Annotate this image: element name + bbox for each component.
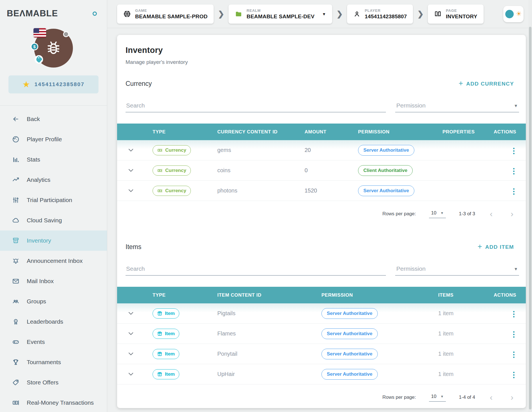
sidebar-item-stats[interactable]: Stats (0, 149, 107, 170)
sidebar-item-label: Groups (27, 298, 46, 305)
theme-toggle[interactable]: ☀ (503, 6, 524, 22)
currency-table-header: TYPE CURRENCY CONTENT ID AMOUNT PERMISSI… (117, 124, 526, 140)
sidebar-nav: Back Player Profile Stats Analytics (0, 106, 107, 412)
sidebar-item-cloud-saving[interactable]: Cloud Saving (0, 210, 107, 230)
presence-badge (63, 31, 69, 37)
player-id-chip[interactable]: ★ 14541142385807 (8, 75, 99, 93)
next-page-button[interactable]: › (509, 209, 515, 218)
row-actions-menu-button[interactable] (511, 330, 516, 339)
rows-per-page-select[interactable]: 10 ▼ (429, 393, 446, 402)
people-icon (12, 298, 19, 305)
breadcrumb-bar: GAME BEAMABLE SAMPLE-PROD ❯ REALM BEAMAB… (107, 0, 532, 28)
table-row: Item Flames Server Authoritative 1 item (117, 324, 526, 344)
sidebar-item-tournaments[interactable]: Tournaments (0, 352, 107, 372)
gamepad-icon (12, 338, 19, 346)
sidebar-item-analytics[interactable]: Analytics (0, 170, 107, 190)
items-search-input[interactable] (126, 264, 386, 276)
table-row: Item UpHair Server Authoritative 1 item (117, 364, 526, 384)
banknote-icon (12, 399, 19, 407)
folder-icon (235, 10, 242, 18)
row-actions-menu-button[interactable] (511, 371, 516, 379)
caret-down-icon: ▼ (514, 103, 518, 108)
items-permission-select[interactable]: Permission ▼ (395, 264, 519, 276)
currency-section-title: Currency (126, 80, 152, 88)
expand-row-button[interactable] (117, 312, 145, 315)
currency-type-pill: Currency (153, 165, 191, 176)
currency-type-pill: Currency (153, 145, 191, 155)
sidebar-item-label: Store Offers (27, 379, 59, 386)
scrollbar-thumb[interactable] (529, 27, 531, 409)
chevron-right-icon: ❯ (218, 10, 224, 19)
player-avatar[interactable]: $ (34, 29, 73, 68)
sidebar-item-events[interactable]: Events (0, 332, 107, 352)
sidebar-item-label: Trial Participation (27, 197, 72, 203)
sidebar-item-leaderboards[interactable]: Leaderboards (0, 312, 107, 332)
breadcrumb-game[interactable]: GAME BEAMABLE SAMPLE-PROD (117, 5, 214, 24)
items-table: TYPE ITEM CONTENT ID PERMISSION ITEMS AC… (117, 287, 526, 384)
breadcrumb-realm[interactable]: REALM BEAMABLE SAMPLE-DEV ▼ (229, 5, 332, 24)
breadcrumb-player[interactable]: PLAYER 14541142385807 (347, 5, 413, 24)
trophy-icon (12, 359, 19, 366)
currency-amount: 0 (297, 167, 350, 174)
item-content-id: UpHair (209, 371, 314, 377)
pagination-range: 1-4 of 4 (459, 395, 475, 400)
sidebar-item-player-profile[interactable]: Player Profile (0, 129, 107, 149)
status-ring-icon (93, 12, 97, 16)
sidebar-item-label: Stats (27, 156, 40, 163)
item-type-pill: Item (153, 369, 179, 379)
bug-icon (44, 39, 62, 57)
page-scrollbar[interactable] (528, 0, 532, 412)
page-subtitle: Manage player's inventory (126, 59, 516, 65)
expand-row-button[interactable] (117, 352, 145, 355)
previous-page-button[interactable]: ‹ (488, 393, 494, 402)
expand-row-button[interactable] (117, 332, 145, 335)
row-actions-menu-button[interactable] (511, 167, 516, 176)
item-content-id: Ponytail (209, 351, 314, 357)
sidebar-item-back[interactable]: Back (0, 109, 107, 129)
sidebar-item-store-offers[interactable]: Store Offers (0, 372, 107, 393)
row-actions-menu-button[interactable] (511, 187, 516, 196)
sidebar-item-label: Real-Money Transactions (27, 399, 94, 406)
sidebar-item-label: Player Profile (27, 136, 62, 143)
add-currency-button[interactable]: + ADD CURRENCY (457, 80, 516, 88)
row-actions-menu-button[interactable] (511, 350, 516, 359)
rows-per-page-select[interactable]: 10 ▼ (429, 210, 446, 218)
caret-down-icon[interactable]: ▼ (322, 12, 326, 16)
page-title: Inventory (126, 46, 516, 55)
rows-per-page-label: Rows per page: (382, 211, 416, 217)
permission-badge: Server Authoritative (321, 308, 378, 319)
trend-line-icon (12, 176, 19, 184)
currency-type-pill: Currency (153, 186, 191, 196)
add-item-button[interactable]: + ADD ITEM (476, 243, 516, 251)
expand-row-button[interactable] (117, 169, 145, 172)
crumb-label: GAME (135, 8, 207, 13)
theme-dark-dot-icon (505, 10, 514, 18)
sidebar-item-mail-inbox[interactable]: Mail Inbox (0, 271, 107, 291)
crumb-value: 14541142385807 (365, 14, 407, 20)
sidebar-item-trial-participation[interactable]: Trial Participation (0, 190, 107, 210)
currency-permission-select[interactable]: Permission ▼ (395, 100, 519, 112)
expand-row-button[interactable] (117, 373, 145, 376)
previous-page-button[interactable]: ‹ (488, 209, 494, 218)
row-actions-menu-button[interactable] (511, 310, 516, 319)
sidebar-item-groups[interactable]: Groups (0, 291, 107, 312)
currency-content-id: coins (209, 167, 297, 174)
items-count: 1 item (412, 371, 480, 377)
sidebar-item-real-money-transactions[interactable]: Real-Money Transactions (0, 393, 107, 412)
expand-row-button[interactable] (117, 189, 145, 192)
crumb-label: PLAYER (365, 8, 407, 13)
sidebar-item-inventory[interactable]: Inventory (0, 230, 107, 251)
plus-icon: + (459, 80, 463, 87)
currency-search-input[interactable] (126, 100, 386, 112)
next-page-button[interactable]: › (509, 393, 515, 402)
sidebar-item-announcement-inbox[interactable]: Announcement Inbox (0, 251, 107, 271)
content-area: Inventory Manage player's inventory Curr… (107, 28, 532, 412)
row-actions-menu-button[interactable] (511, 147, 516, 155)
brand-header: BEΛMABLE (0, 0, 107, 20)
banknote-icon (157, 148, 163, 153)
breadcrumb-page[interactable]: PAGE INVENTORY (428, 5, 484, 24)
currency-search-field (126, 100, 386, 112)
expand-row-button[interactable] (117, 149, 145, 152)
item-type-pill: Item (153, 308, 179, 319)
gift-icon (157, 371, 162, 377)
